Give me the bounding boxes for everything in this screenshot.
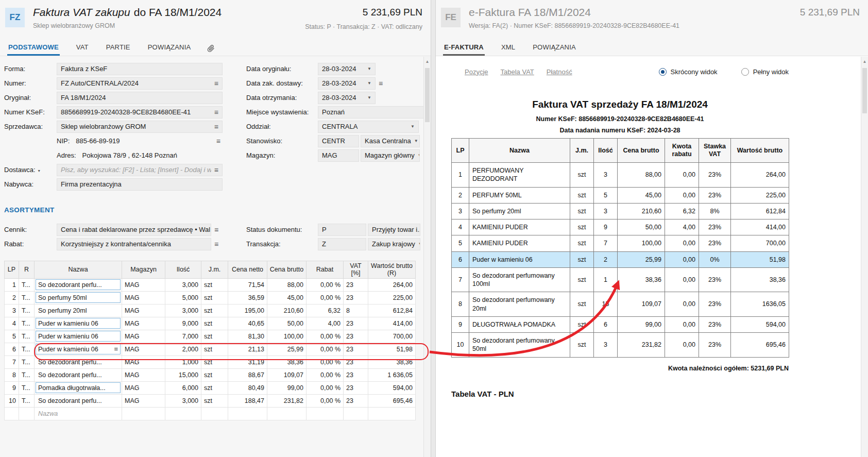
tab[interactable]: XML — [500, 40, 516, 56]
dostawca-search-input[interactable]: Pisz, aby wyszukać: [F2] - Lista; [Inser… — [57, 164, 223, 176]
data-zak-dostawy-dropdown[interactable]: 28-03-2024▼ — [318, 77, 376, 90]
menu-icon[interactable]: ≡ — [214, 226, 218, 233]
items-table-row[interactable]: 2 T... So perfumy 50ml MAG 5,000 szt 36,… — [5, 291, 416, 304]
col-header-rabat[interactable]: Rabat — [307, 261, 344, 279]
tab[interactable]: PARTIE — [105, 40, 131, 56]
nabywca-field[interactable]: Firma prezentacyjna — [57, 178, 223, 191]
numer-ksef-field[interactable]: 8856689919-20240328-9CE82B4680EE-41≡ — [57, 106, 223, 119]
scroll-up-icon[interactable]: ▲ — [861, 57, 868, 64]
col-header-vat[interactable]: VAT [%] — [344, 261, 368, 279]
magazyn-dropdown[interactable]: Magazyn główny▼ — [361, 149, 420, 162]
scrollbar-thumb[interactable] — [425, 68, 430, 122]
scroll-up-icon[interactable]: ▲ — [424, 57, 431, 64]
menu-icon[interactable]: ≡ — [211, 80, 218, 87]
cennik-field[interactable]: Cena i rabat deklarowane przez sprzedawc… — [57, 224, 211, 236]
col-header-nazwa[interactable]: Nazwa — [35, 261, 122, 279]
e-invoice-subtitle: Wersja: FA(2) · Numer KSeF: 8856689919-2… — [469, 22, 679, 29]
invoice-table-row[interactable]: 6 Puder w kamieniu 06 szt 2 25,99 0,00 0… — [452, 251, 789, 267]
items-table-row[interactable]: 5 T... Puder w kamieniu 06 MAG 7,000 szt… — [5, 330, 416, 343]
sprzedawca-field[interactable]: Sklep wielobranżowy GROM≡ — [57, 121, 223, 133]
items-table-row[interactable]: 8 T... So dezodorant perfu... MAG 15,000… — [5, 368, 416, 381]
item-name-cell[interactable]: So perfumy 50ml — [36, 292, 121, 303]
data-oryginalu-dropdown[interactable]: 28-03-2024▼ — [318, 63, 376, 75]
invoice-table-row[interactable]: 1 PERFUMOWANY DEZODORANT szt 3 88,00 0,0… — [452, 163, 789, 188]
rabat-field[interactable]: Korzystniejszy z kontrahenta/cennika — [57, 238, 211, 250]
panel-divider[interactable] — [431, 0, 436, 457]
attachment-icon[interactable] — [207, 40, 215, 56]
toolbar-link[interactable]: Pozycje — [465, 68, 488, 76]
oddzial-dropdown[interactable]: CENTRALA▼ — [318, 121, 419, 133]
item-name-cell[interactable]: So dezodorant perfu... — [36, 279, 121, 290]
col-header-wartosc-brutto[interactable]: Wartość brutto (R) — [368, 261, 416, 279]
col-header-jm[interactable]: J.m. — [201, 261, 228, 279]
toolbar-link[interactable]: Tabela VAT — [501, 68, 534, 76]
item-name-cell[interactable]: Pomadka długotrwała... — [36, 382, 121, 393]
radio-icon[interactable] — [659, 68, 667, 76]
stanowisko-label: Stanowisko: — [246, 137, 318, 145]
dostawca-label[interactable]: Dostawca:▾ — [4, 166, 57, 174]
menu-icon[interactable]: ≡ — [211, 109, 218, 116]
items-table-row[interactable]: 10 T... So dezodorant perfu... MAG 3,000… — [5, 394, 416, 407]
item-name-cell[interactable]: So dezodorant perfu... — [36, 395, 121, 406]
tab[interactable]: POWIĄZANIA — [147, 40, 192, 56]
view-mode-radio[interactable]: Pełny widok — [741, 68, 789, 76]
col-header-r[interactable]: R — [19, 261, 35, 279]
items-table-new-row[interactable]: Nazwa — [5, 407, 416, 420]
item-name-cell[interactable]: So perfumy 20ml — [36, 305, 121, 316]
magazyn-code-field[interactable]: MAG — [318, 149, 359, 162]
items-table-row[interactable]: 9 T... Pomadka długotrwała... MAG 6,000 … — [5, 381, 416, 394]
document-type-badge-fe: FE — [441, 8, 461, 27]
invoice-table-row[interactable]: 9 DŁUGOTRWAŁA POMADKA szt 6 99,00 0,00 2… — [452, 316, 789, 332]
row-menu-icon[interactable]: ≡ — [114, 346, 118, 352]
col-header-ilosc[interactable]: Ilość — [165, 261, 201, 279]
scrollbar-thumb[interactable] — [862, 68, 867, 113]
status-dokumentu-dropdown[interactable]: Przyjęty towar i...▼ — [368, 224, 420, 236]
transakcja-dropdown[interactable]: Zakup krajowy▼ — [368, 238, 420, 250]
items-table-row[interactable]: 4 T... Puder w kamieniu 06 MAG 9,000 szt… — [5, 317, 416, 330]
radio-icon[interactable] — [741, 68, 749, 76]
items-table-row[interactable]: 6 T... Puder w kamieniu 06≡ MAG 2,000 sz… — [5, 343, 416, 356]
items-table-row[interactable]: 7 T... So dezodorant perfu... MAG 1,000 … — [5, 356, 416, 368]
stanowisko-dropdown[interactable]: Kasa Centralna▼ — [361, 135, 420, 147]
invoice-table-row[interactable]: 10 So dezodorant perfumowany 50ml szt 3 … — [452, 333, 789, 358]
stanowisko-code-field[interactable]: CENTR — [318, 135, 359, 147]
status-dokumentu-code-field[interactable]: P — [318, 224, 366, 236]
forma-field[interactable]: Faktura z KSeF — [57, 63, 223, 75]
invoice-table-row[interactable]: 3 So perfumy 20ml szt 3 210,60 6,32 8% 6… — [452, 203, 789, 219]
col-header-lp[interactable]: LP — [5, 261, 19, 279]
invoice-table-row[interactable]: 4 KAMIENIU PUDER szt 9 50,00 4,00 23% 41… — [452, 219, 789, 235]
item-name-cell[interactable]: So dezodorant perfu... — [36, 357, 121, 367]
miejsce-wystawienia-field[interactable]: Poznań — [318, 106, 426, 119]
data-otrzymania-dropdown[interactable]: 28-03-2024▼ — [318, 92, 376, 104]
right-panel-scrollbar[interactable]: ▲ — [861, 57, 868, 457]
oryginal-field[interactable]: FA 18/M1/2024 — [57, 92, 223, 104]
col-header-cena-netto[interactable]: Cena netto — [228, 261, 267, 279]
item-name-cell[interactable]: Puder w kamieniu 06 — [36, 318, 121, 329]
invoice-table-row[interactable]: 2 PERFUMY 50ML szt 5 45,00 0,00 23% 225,… — [452, 187, 789, 203]
invoice-table-row[interactable]: 5 KAMIENIU PUDER szt 7 100,00 0,00 23% 7… — [452, 235, 789, 251]
tab[interactable]: POWIĄZANIA — [532, 40, 577, 56]
menu-icon[interactable]: ≡ — [216, 138, 220, 145]
menu-icon[interactable]: ≡ — [211, 123, 218, 130]
left-panel-scrollbar[interactable]: ▲ — [423, 57, 431, 457]
items-table-row[interactable]: 3 T... So perfumy 20ml MAG 3,000 szt 195… — [5, 304, 416, 317]
view-mode-radio[interactable]: Skrócony widok — [659, 68, 718, 76]
menu-icon[interactable]: ≡ — [214, 241, 218, 248]
menu-icon[interactable]: ≡ — [211, 166, 218, 174]
items-table-row[interactable]: 1 T... So dezodorant perfu... MAG 3,000 … — [5, 278, 416, 291]
transakcja-code-field[interactable]: Z — [318, 238, 366, 250]
invoice-table-row[interactable]: 8 So dezodorant perfumowany 20ml szt 15 … — [452, 292, 789, 317]
numer-field[interactable]: FZ Auto/CENTRALA/2024≡ — [57, 77, 223, 90]
items-table-container: LP R Nazwa Magazyn Ilość J.m. Cena netto… — [4, 261, 416, 420]
item-name-cell[interactable]: Puder w kamieniu 06≡ — [36, 344, 121, 354]
col-header-cena-brutto[interactable]: Cena brutto — [267, 261, 307, 279]
tab[interactable]: PODSTAWOWE — [7, 40, 60, 56]
invoice-table-row[interactable]: 7 So dezodorant perfumowany 100ml szt 1 … — [452, 267, 789, 292]
tab[interactable]: E-FAKTURA — [443, 40, 485, 56]
item-name-cell[interactable]: So dezodorant perfu... — [36, 369, 121, 380]
toolbar-link[interactable]: Płatność — [547, 68, 572, 76]
menu-icon[interactable]: ≡ — [379, 80, 383, 87]
col-header-magazyn[interactable]: Magazyn — [122, 261, 165, 279]
tab[interactable]: VAT — [75, 40, 90, 56]
item-name-cell[interactable]: Puder w kamieniu 06 — [36, 331, 121, 342]
